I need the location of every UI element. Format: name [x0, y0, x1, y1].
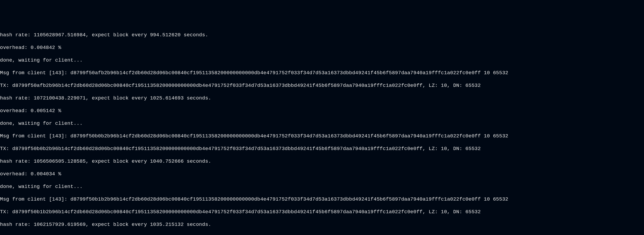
- terminal-line: overhead: 0.005142 %: [0, 108, 644, 114]
- terminal-line: overhead: 0.004842 %: [0, 45, 644, 51]
- terminal-line: TX: d8799f50b0b2b96b14cf2db60d28d06bc008…: [0, 146, 644, 152]
- terminal-line: hash rate: 1072100438.229071, expect blo…: [0, 95, 644, 101]
- terminal-line: overhead: 0.004034 %: [0, 171, 644, 177]
- terminal-line: TX: d8799f50b1b2b96b14cf2db60d28d06bc008…: [0, 209, 644, 215]
- terminal-line: hash rate: 1105628967.516984, expect blo…: [0, 32, 644, 38]
- terminal-line: Msg from client [143]: d8799f50b1b2b96b1…: [0, 196, 644, 202]
- terminal-output[interactable]: hash rate: 1105628967.516984, expect blo…: [0, 26, 644, 235]
- terminal-line: Msg from client [143]: d8799f50b0b2b96b1…: [0, 133, 644, 139]
- terminal-line: hash rate: 1062157929.619569, expect blo…: [0, 222, 644, 228]
- terminal-line: done, waiting for client...: [0, 184, 644, 190]
- terminal-line: done, waiting for client...: [0, 57, 644, 63]
- terminal-line: done, waiting for client...: [0, 120, 644, 127]
- terminal-line: Msg from client [143]: d8799f50afb2b96b1…: [0, 70, 644, 76]
- terminal-line: TX: d8799f50afb2b96b14cf2db60d28d06bc008…: [0, 83, 644, 89]
- terminal-line: hash rate: 1056506505.128585, expect blo…: [0, 158, 644, 165]
